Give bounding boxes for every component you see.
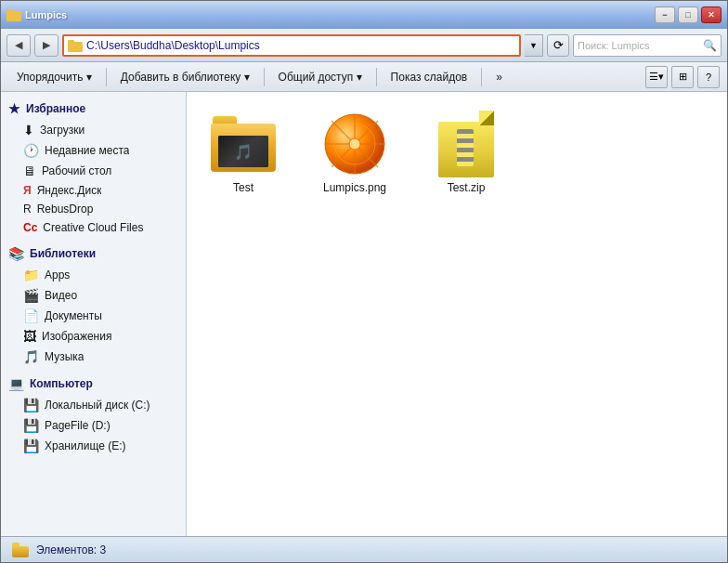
zip-stripes <box>457 129 474 166</box>
svg-rect-3 <box>68 40 74 44</box>
maximize-button[interactable]: □ <box>678 7 698 23</box>
sidebar-item-drive-c[interactable]: 💾 Локальный диск (C:) <box>1 395 186 415</box>
desktop-label: Рабочий стол <box>42 164 111 177</box>
drive-c-label: Локальный диск (C:) <box>45 399 150 412</box>
test-folder-graphic <box>211 116 276 172</box>
downloads-icon: ⬇ <box>23 123 34 137</box>
file-item-lumpics-png[interactable]: Lumpics.png <box>313 107 396 198</box>
sidebar-item-video[interactable]: 🎬 Видео <box>1 285 186 306</box>
sidebar-item-downloads[interactable]: ⬇ Загрузки <box>1 120 186 140</box>
favorites-header[interactable]: ★ Избранное <box>1 98 186 120</box>
rebusdrop-label: RebusDrop <box>37 203 94 216</box>
status-bar: Элементов: 3 <box>1 536 727 562</box>
zip-body <box>438 122 494 177</box>
file-item-test-zip[interactable]: Test.zip <box>424 107 508 198</box>
drive-d-icon: 💾 <box>23 418 39 433</box>
toolbar-separator-4 <box>481 68 482 86</box>
zip-icon-area <box>433 111 500 177</box>
documents-icon: 📄 <box>23 308 39 323</box>
minimize-button[interactable]: − <box>655 7 675 23</box>
computer-label: Компьютер <box>30 377 93 390</box>
favorites-section: ★ Избранное ⬇ Загрузки 🕐 Недавние места … <box>1 98 186 237</box>
sidebar-item-yandex[interactable]: Я Яндекс.Диск <box>1 181 186 200</box>
music-icon: 🎵 <box>23 349 39 364</box>
zip-fold <box>479 111 494 125</box>
drive-e-label: Хранилище (E:) <box>45 439 125 452</box>
test-folder-icon-area <box>210 111 277 177</box>
libraries-label: Библиотеки <box>30 247 96 260</box>
file-item-test-folder[interactable]: Test <box>202 107 285 198</box>
address-folder-icon <box>68 38 83 53</box>
recent-icon: 🕐 <box>23 143 39 158</box>
status-folder-icon <box>12 543 29 557</box>
toolbar-separator-2 <box>264 68 265 86</box>
refresh-button[interactable]: ⟳ <box>547 34 569 57</box>
libraries-section: 📚 Библиотеки 📁 Apps 🎬 Видео 📄 Документы … <box>1 242 186 367</box>
window-controls: − □ ✕ <box>655 7 722 23</box>
sidebar-item-apps[interactable]: 📁 Apps <box>1 265 186 285</box>
search-icon[interactable]: 🔍 <box>703 39 717 52</box>
creative-cloud-label: Creative Cloud Files <box>43 221 143 234</box>
explorer-window: Lumpics − □ ✕ ◀ ▶ ▼ ⟳ Поиск: Lumpics 🔍 У… <box>0 0 728 563</box>
sidebar-item-drive-e[interactable]: 💾 Хранилище (E:) <box>1 436 186 456</box>
forward-button[interactable]: ▶ <box>34 34 58 57</box>
share-button[interactable]: Общий доступ ▾ <box>270 66 370 88</box>
library-icon: 📚 <box>8 246 24 261</box>
yandex-label: Яндекс.Диск <box>37 184 102 197</box>
status-folder-body <box>12 546 29 557</box>
sidebar-item-desktop[interactable]: 🖥 Рабочий стол <box>1 161 186 181</box>
sidebar-item-drive-d[interactable]: 💾 PageFile (D:) <box>1 415 186 436</box>
computer-header[interactable]: 💻 Компьютер <box>1 373 186 395</box>
lumpics-icon-area <box>321 111 388 177</box>
computer-section: 💻 Компьютер 💾 Локальный диск (C:) 💾 Page… <box>1 373 186 456</box>
address-input[interactable] <box>86 39 515 52</box>
sidebar-item-documents[interactable]: 📄 Документы <box>1 306 186 326</box>
sidebar-item-recent[interactable]: 🕐 Недавние места <box>1 140 186 161</box>
favorites-label: Избранное <box>26 102 85 115</box>
title-bar-left: Lumpics <box>6 7 67 22</box>
star-icon: ★ <box>8 101 20 116</box>
address-bar: ◀ ▶ ▼ ⟳ Поиск: Lumpics 🔍 <box>1 29 727 62</box>
folder-content-preview <box>218 136 268 167</box>
view-toggle-button[interactable]: ☰▾ <box>645 66 668 88</box>
slideshow-button[interactable]: Показ слайдов <box>383 66 476 88</box>
status-text: Элементов: 3 <box>36 543 106 556</box>
libraries-header[interactable]: 📚 Библиотеки <box>1 242 186 265</box>
add-library-button[interactable]: Добавить в библиотеку ▾ <box>112 66 258 88</box>
computer-icon: 💻 <box>8 376 24 391</box>
sidebar-item-rebusdrop[interactable]: R RebusDrop <box>1 200 186 218</box>
view-pane-button[interactable]: ⊞ <box>671 66 694 88</box>
toolbar-right: ☰▾ ⊞ ? <box>645 66 720 88</box>
downloads-label: Загрузки <box>40 124 84 137</box>
address-dropdown-button[interactable]: ▼ <box>525 34 543 57</box>
more-button[interactable]: » <box>488 66 511 88</box>
sidebar-item-music[interactable]: 🎵 Музыка <box>1 347 186 367</box>
svg-point-9 <box>349 138 360 150</box>
zip-graphic <box>438 111 494 177</box>
organize-button[interactable]: Упорядочить ▾ <box>8 66 100 88</box>
toolbar-separator-1 <box>106 68 107 86</box>
recent-label: Недавние места <box>45 144 129 157</box>
documents-label: Документы <box>45 309 102 322</box>
address-field-wrapper <box>62 34 521 57</box>
test-folder-label: Test <box>233 181 254 194</box>
sidebar-item-images[interactable]: 🖼 Изображения <box>1 326 186 347</box>
search-placeholder: Поиск: Lumpics <box>578 40 703 51</box>
help-button[interactable]: ? <box>697 66 720 88</box>
folder-preview-image <box>218 136 268 167</box>
drive-d-label: PageFile (D:) <box>45 419 110 432</box>
sidebar-item-creative-cloud[interactable]: Cc Creative Cloud Files <box>1 218 186 237</box>
lumpics-png-label: Lumpics.png <box>323 181 386 194</box>
svg-rect-1 <box>6 9 13 13</box>
rebusdrop-icon: R <box>23 203 32 216</box>
test-zip-label: Test.zip <box>448 181 486 194</box>
toolbar-separator-3 <box>376 68 377 86</box>
folder-title-icon <box>6 7 21 22</box>
video-label: Видео <box>45 289 77 302</box>
folder-body <box>211 124 276 172</box>
content-area: Test <box>187 92 727 536</box>
back-button[interactable]: ◀ <box>6 34 31 57</box>
music-label: Музыка <box>45 350 84 363</box>
close-button[interactable]: ✕ <box>701 7 722 23</box>
drive-c-icon: 💾 <box>23 398 39 412</box>
